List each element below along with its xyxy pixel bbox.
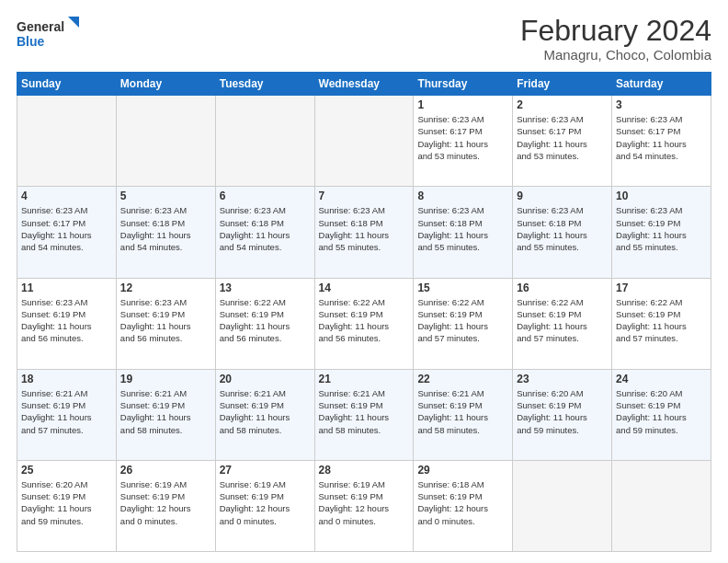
- day-number: 28: [319, 464, 410, 477]
- day-info: Sunrise: 6:19 AMSunset: 6:19 PMDaylight:…: [220, 478, 311, 527]
- calendar-day-cell: 8Sunrise: 6:23 AMSunset: 6:18 PMDaylight…: [414, 187, 513, 278]
- day-number: 8: [417, 190, 508, 202]
- calendar-day-cell: 19Sunrise: 6:21 AMSunset: 6:19 PMDayligh…: [116, 369, 215, 460]
- calendar-week-row: 4Sunrise: 6:23 AMSunset: 6:17 PMDaylight…: [17, 187, 711, 278]
- calendar-day-cell: 11Sunrise: 6:23 AMSunset: 6:19 PMDayligh…: [17, 278, 117, 369]
- calendar-day-cell: 23Sunrise: 6:20 AMSunset: 6:19 PMDayligh…: [513, 369, 612, 460]
- calendar-day-cell: 13Sunrise: 6:22 AMSunset: 6:19 PMDayligh…: [215, 278, 314, 369]
- day-info: Sunrise: 6:23 AMSunset: 6:18 PMDaylight:…: [417, 204, 508, 253]
- calendar-day-cell: 12Sunrise: 6:23 AMSunset: 6:19 PMDayligh…: [116, 278, 215, 369]
- day-info: Sunrise: 6:23 AMSunset: 6:19 PMDaylight:…: [616, 204, 707, 253]
- calendar-week-row: 1Sunrise: 6:23 AMSunset: 6:17 PMDaylight…: [17, 96, 711, 187]
- day-info: Sunrise: 6:23 AMSunset: 6:18 PMDaylight:…: [319, 204, 410, 253]
- calendar-day-cell: [215, 96, 314, 187]
- day-info: Sunrise: 6:23 AMSunset: 6:17 PMDaylight:…: [517, 113, 608, 162]
- day-info: Sunrise: 6:23 AMSunset: 6:17 PMDaylight:…: [21, 204, 112, 253]
- day-info: Sunrise: 6:23 AMSunset: 6:17 PMDaylight:…: [616, 113, 707, 162]
- day-number: 3: [616, 98, 707, 111]
- calendar-day-cell: 7Sunrise: 6:23 AMSunset: 6:18 PMDaylight…: [314, 187, 414, 278]
- day-info: Sunrise: 6:19 AMSunset: 6:19 PMDaylight:…: [120, 478, 211, 527]
- calendar-day-cell: [513, 460, 612, 551]
- day-info: Sunrise: 6:22 AMSunset: 6:19 PMDaylight:…: [319, 296, 410, 345]
- calendar-day-cell: 29Sunrise: 6:18 AMSunset: 6:19 PMDayligh…: [414, 460, 513, 551]
- calendar-day-cell: 2Sunrise: 6:23 AMSunset: 6:17 PMDaylight…: [513, 96, 612, 187]
- subtitle: Managru, Choco, Colombia: [520, 47, 711, 63]
- day-number: 20: [220, 373, 311, 385]
- calendar-week-row: 11Sunrise: 6:23 AMSunset: 6:19 PMDayligh…: [17, 278, 711, 369]
- calendar-day-cell: [116, 96, 215, 187]
- day-number: 23: [517, 373, 608, 385]
- logo-svg: General Blue: [17, 15, 81, 52]
- day-number: 17: [616, 282, 707, 294]
- day-number: 11: [21, 282, 112, 294]
- day-info: Sunrise: 6:22 AMSunset: 6:19 PMDaylight:…: [220, 296, 311, 345]
- day-number: 5: [120, 190, 211, 202]
- day-number: 15: [417, 282, 508, 294]
- day-number: 29: [417, 464, 508, 477]
- day-info: Sunrise: 6:23 AMSunset: 6:19 PMDaylight:…: [21, 296, 112, 345]
- day-number: 19: [120, 373, 211, 385]
- day-info: Sunrise: 6:20 AMSunset: 6:19 PMDaylight:…: [517, 387, 608, 436]
- calendar-week-row: 18Sunrise: 6:21 AMSunset: 6:19 PMDayligh…: [17, 369, 711, 460]
- calendar-day-cell: 9Sunrise: 6:23 AMSunset: 6:18 PMDaylight…: [513, 187, 612, 278]
- day-info: Sunrise: 6:23 AMSunset: 6:17 PMDaylight:…: [417, 113, 508, 162]
- calendar-day-cell: 18Sunrise: 6:21 AMSunset: 6:19 PMDayligh…: [17, 369, 117, 460]
- weekday-header-cell: Monday: [116, 73, 215, 96]
- day-number: 21: [319, 373, 410, 385]
- day-info: Sunrise: 6:23 AMSunset: 6:18 PMDaylight:…: [220, 204, 311, 253]
- day-number: 14: [319, 282, 410, 294]
- day-info: Sunrise: 6:22 AMSunset: 6:19 PMDaylight:…: [517, 296, 608, 345]
- day-number: 13: [220, 282, 311, 294]
- svg-marker-2: [68, 17, 79, 28]
- header: General Blue February 2024 Managru, Choc…: [17, 15, 711, 63]
- calendar-day-cell: 16Sunrise: 6:22 AMSunset: 6:19 PMDayligh…: [513, 278, 612, 369]
- calendar-day-cell: 20Sunrise: 6:21 AMSunset: 6:19 PMDayligh…: [215, 369, 314, 460]
- day-number: 7: [319, 190, 410, 202]
- day-info: Sunrise: 6:21 AMSunset: 6:19 PMDaylight:…: [319, 387, 410, 436]
- calendar-day-cell: 3Sunrise: 6:23 AMSunset: 6:17 PMDaylight…: [612, 96, 711, 187]
- calendar-day-cell: 6Sunrise: 6:23 AMSunset: 6:18 PMDaylight…: [215, 187, 314, 278]
- day-info: Sunrise: 6:18 AMSunset: 6:19 PMDaylight:…: [417, 478, 508, 527]
- day-info: Sunrise: 6:19 AMSunset: 6:19 PMDaylight:…: [319, 478, 410, 527]
- calendar-day-cell: 14Sunrise: 6:22 AMSunset: 6:19 PMDayligh…: [314, 278, 414, 369]
- calendar-day-cell: 4Sunrise: 6:23 AMSunset: 6:17 PMDaylight…: [17, 187, 117, 278]
- svg-text:Blue: Blue: [17, 34, 45, 49]
- calendar-day-cell: [314, 96, 414, 187]
- calendar-day-cell: [17, 96, 117, 187]
- main-title: February 2024: [520, 15, 711, 47]
- day-info: Sunrise: 6:22 AMSunset: 6:19 PMDaylight:…: [616, 296, 707, 345]
- day-info: Sunrise: 6:21 AMSunset: 6:19 PMDaylight:…: [220, 387, 311, 436]
- calendar-day-cell: 1Sunrise: 6:23 AMSunset: 6:17 PMDaylight…: [414, 96, 513, 187]
- day-info: Sunrise: 6:22 AMSunset: 6:19 PMDaylight:…: [417, 296, 508, 345]
- weekday-header-cell: Wednesday: [314, 73, 414, 96]
- title-block: February 2024 Managru, Choco, Colombia: [520, 15, 711, 63]
- day-number: 16: [517, 282, 608, 294]
- day-number: 27: [220, 464, 311, 477]
- day-number: 2: [517, 98, 608, 111]
- calendar-day-cell: 25Sunrise: 6:20 AMSunset: 6:19 PMDayligh…: [17, 460, 117, 551]
- calendar-table: SundayMondayTuesdayWednesdayThursdayFrid…: [17, 72, 711, 552]
- day-number: 1: [417, 98, 508, 111]
- day-number: 6: [220, 190, 311, 202]
- calendar-day-cell: 27Sunrise: 6:19 AMSunset: 6:19 PMDayligh…: [215, 460, 314, 551]
- page: General Blue February 2024 Managru, Choc…: [0, 0, 728, 563]
- day-number: 12: [120, 282, 211, 294]
- calendar-day-cell: [612, 460, 711, 551]
- calendar-day-cell: 17Sunrise: 6:22 AMSunset: 6:19 PMDayligh…: [612, 278, 711, 369]
- day-number: 25: [21, 464, 112, 477]
- weekday-header-cell: Sunday: [17, 73, 117, 96]
- calendar-day-cell: 28Sunrise: 6:19 AMSunset: 6:19 PMDayligh…: [314, 460, 414, 551]
- weekday-header-row: SundayMondayTuesdayWednesdayThursdayFrid…: [17, 73, 711, 96]
- day-info: Sunrise: 6:21 AMSunset: 6:19 PMDaylight:…: [417, 387, 508, 436]
- day-number: 10: [616, 190, 707, 202]
- day-number: 24: [616, 373, 707, 385]
- weekday-header-cell: Saturday: [612, 73, 711, 96]
- logo: General Blue: [17, 15, 81, 52]
- weekday-header-cell: Friday: [513, 73, 612, 96]
- calendar-day-cell: 10Sunrise: 6:23 AMSunset: 6:19 PMDayligh…: [612, 187, 711, 278]
- calendar-day-cell: 26Sunrise: 6:19 AMSunset: 6:19 PMDayligh…: [116, 460, 215, 551]
- day-number: 9: [517, 190, 608, 202]
- weekday-header-cell: Tuesday: [215, 73, 314, 96]
- day-info: Sunrise: 6:20 AMSunset: 6:19 PMDaylight:…: [616, 387, 707, 436]
- day-info: Sunrise: 6:23 AMSunset: 6:18 PMDaylight:…: [120, 204, 211, 253]
